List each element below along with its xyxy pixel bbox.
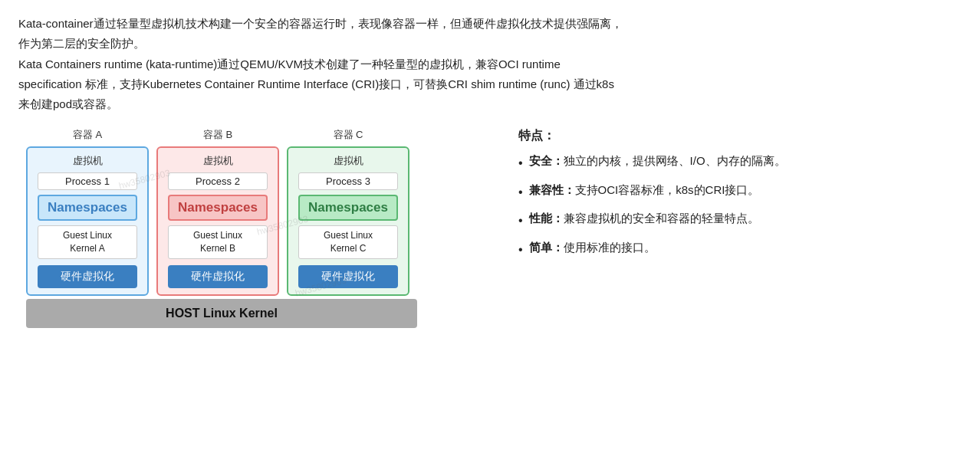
container-C-kernel: Guest LinuxKernel C [298,225,398,259]
container-B-namespaces: Namespaces [168,195,268,221]
container-C-hw-virt: 硬件虚拟化 [298,265,398,288]
feature-security-text: 安全：独立的内核，提供网络、I/O、内存的隔离。 [529,152,786,170]
container-A-kernel: Guest LinuxKernel A [38,225,137,259]
container-C-vm-label: 虚拟机 [334,154,363,168]
bullet-perf: • [518,211,523,231]
container-A-box: 虚拟机 Process 1 Namespaces Guest LinuxKern… [26,146,149,296]
intro-text: Kata-container通过轻量型虚拟机技术构建一个安全的容器运行时，表现像… [18,14,770,114]
containers-row: 容器 A 虚拟机 Process 1 Namespaces Guest Linu… [18,128,494,296]
feature-simple-text: 简单：使用标准的接口。 [529,238,656,257]
container-A-namespaces: Namespaces [38,195,137,221]
feature-compat-text: 兼容性：支持OCI容器标准，k8s的CRI接口。 [529,181,760,199]
intro-section: Kata-container通过轻量型虚拟机技术构建一个安全的容器运行时，表现像… [18,14,962,114]
container-B-col: 容器 B 虚拟机 Process 2 Namespaces Guest Linu… [156,128,279,296]
container-C-process: Process 3 [298,172,398,190]
container-B-vm-label: 虚拟机 [203,154,233,168]
container-B-process: Process 2 [168,172,268,190]
container-C-box: 虚拟机 Process 3 Namespaces Guest LinuxKern… [287,146,409,296]
features-title: 特点： [518,128,962,144]
container-C-col: 容器 C 虚拟机 Process 3 Namespaces Guest Linu… [287,128,409,296]
container-C-namespaces: Namespaces [298,195,398,221]
host-kernel-bar: HOST Linux Kernel [26,299,417,328]
container-C-label: 容器 C [334,128,363,142]
container-B-hw-virt: 硬件虚拟化 [168,265,268,288]
feature-item-compat: • 兼容性：支持OCI容器标准，k8s的CRI接口。 [518,181,962,202]
content-row: hw35802903 hw35802903 hw35802903 容器 A 虚拟… [18,128,962,328]
diagram-area: hw35802903 hw35802903 hw35802903 容器 A 虚拟… [18,128,494,328]
feature-item-security: • 安全：独立的内核，提供网络、I/O、内存的隔离。 [518,152,962,173]
feature-item-perf: • 性能：兼容虚拟机的安全和容器的轻量特点。 [518,209,962,231]
container-A-process: Process 1 [38,172,137,190]
container-B-kernel: Guest LinuxKernel B [168,225,268,259]
features-list: • 安全：独立的内核，提供网络、I/O、内存的隔离。 • 兼容性：支持OCI容器… [518,152,962,259]
container-A-hw-virt: 硬件虚拟化 [38,265,137,288]
container-A-vm-label: 虚拟机 [73,154,103,168]
container-B-box: 虚拟机 Process 2 Namespaces Guest LinuxKern… [156,146,279,296]
bullet-compat: • [518,182,523,202]
container-A-label: 容器 A [73,128,102,142]
bullet-simple: • [518,240,523,260]
container-A-col: 容器 A 虚拟机 Process 1 Namespaces Guest Linu… [26,128,149,296]
container-B-label: 容器 B [203,128,232,142]
features-area: 特点： • 安全：独立的内核，提供网络、I/O、内存的隔离。 • 兼容性：支持O… [518,128,962,267]
bullet-security: • [518,153,523,173]
feature-perf-text: 性能：兼容虚拟机的安全和容器的轻量特点。 [529,209,759,228]
feature-item-simple: • 简单：使用标准的接口。 [518,238,962,260]
